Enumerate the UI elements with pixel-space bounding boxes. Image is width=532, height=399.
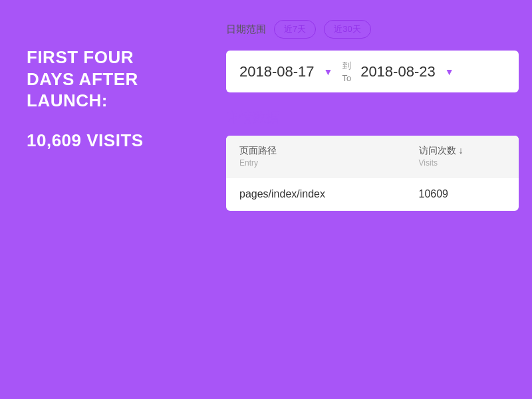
data-table: 页面路径 Entry 访问次数 ↓ Visits pages/index/ind… [226,136,519,211]
end-date-arrow-icon[interactable]: ▼ [445,66,454,77]
date-range-label: 日期范围 [226,23,266,36]
col-path-zh: 页面路径 [239,145,392,157]
col-visits-zh: 访问次数 ↓ [419,145,464,157]
to-label-en: To [342,73,351,83]
headline-text: FIRST FOUR DAYS AFTER LAUNCH: [27,47,173,112]
date-range-controls: 日期范围 近7天 近30天 [226,20,519,39]
end-date[interactable]: 2018-08-23 [360,63,436,80]
date-picker-row: 2018-08-17 ▼ 到 To 2018-08-23 ▼ [226,51,519,92]
table-header-row: 页面路径 Entry 访问次数 ↓ Visits [226,136,519,178]
col-visits-en: Visits [419,158,438,168]
detail-section-title: 详情数据 [226,108,519,126]
to-label-zh: 到 [342,60,351,72]
to-separator: 到 To [342,60,351,83]
col-path-en: Entry [239,158,392,168]
left-panel: FIRST FOUR DAYS AFTER LAUNCH: 10,609 VIS… [27,47,173,151]
right-panel: 日期范围 近7天 近30天 2018-08-17 ▼ 到 To 2018-08-… [226,20,519,211]
btn-7days[interactable]: 近7天 [274,20,316,39]
col-path-header: 页面路径 Entry [226,136,406,178]
btn-30days[interactable]: 近30天 [324,20,370,39]
start-date[interactable]: 2018-08-17 [239,63,315,80]
col-visits-header: 访问次数 ↓ Visits [406,136,519,178]
visits-count: 10,609 VISITS [27,130,173,151]
table-row: pages/index/index10609 [226,178,519,211]
cell-path: pages/index/index [226,178,406,211]
cell-visits: 10609 [406,178,519,211]
start-date-arrow-icon[interactable]: ▼ [324,66,333,77]
